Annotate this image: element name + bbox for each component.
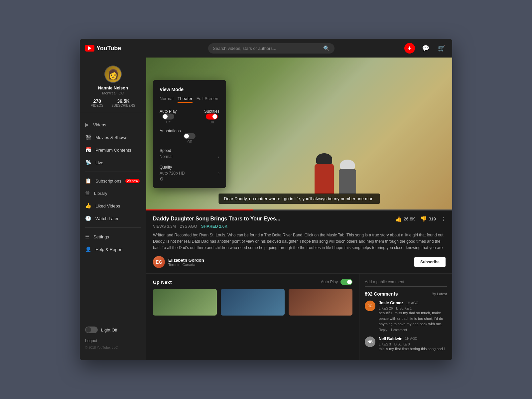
sidebar-item-live[interactable]: 📡 Live xyxy=(80,156,146,169)
cart-button[interactable]: 🛒 xyxy=(436,43,447,54)
channel-info: EG Elizabeth Gordon Toronto, Canada xyxy=(153,256,204,268)
auto-play-toggle[interactable] xyxy=(162,114,174,120)
subscribe-button[interactable]: Subscribe xyxy=(414,257,446,267)
comment-item-2: NB Nell Baldwin 1H AGO LIKES 3 DISLIKE 0… xyxy=(365,336,447,352)
thumbnail-cards xyxy=(153,289,352,316)
tab-theater[interactable]: Theater xyxy=(178,96,193,103)
avatar-image: 👩 xyxy=(107,69,119,80)
comments-header: 892 Comments By Latest xyxy=(365,291,447,297)
helmet-2 xyxy=(340,160,355,170)
torso-1 xyxy=(315,164,334,194)
comments-count: 892 Comments xyxy=(365,291,398,297)
chat-button[interactable]: 💬 xyxy=(420,43,431,54)
commenter-avatar-1: JG xyxy=(365,301,375,311)
add-button[interactable]: + xyxy=(404,43,415,54)
comment-actions-1: LIKES 26 DISLIKE 1 xyxy=(379,307,447,310)
subscriptions-badge: 29 new xyxy=(125,179,140,183)
auto-play-value: Off xyxy=(166,120,170,124)
tab-fullscreen[interactable]: Full Screen xyxy=(197,96,218,103)
thumb-card-3[interactable] xyxy=(289,289,352,316)
auto-play-label: Auto Play xyxy=(160,109,177,114)
video-section[interactable]: View Mode Normal Theater Full Screen Aut… xyxy=(146,58,452,210)
sidebar-item-subscriptions-label: Subscriptions xyxy=(95,179,121,184)
user-location: Montreal, QC xyxy=(85,91,141,95)
tab-normal[interactable]: Normal xyxy=(160,96,174,103)
comment-actions-2: LIKES 3 DISLIKE 0 xyxy=(379,342,447,346)
annotations-label: Annotations xyxy=(160,129,219,133)
auto-play-toggle[interactable] xyxy=(340,279,352,285)
quality-value: Auto 720p HD xyxy=(160,171,185,176)
panel-title: View Mode xyxy=(160,87,219,92)
settings-panel: View Mode Normal Theater Full Screen Aut… xyxy=(153,80,226,188)
comment-time-1: 1H AGO xyxy=(406,301,418,305)
sidebar-item-liked-videos[interactable]: 👍 Liked Videos xyxy=(80,200,146,212)
light-toggle[interactable] xyxy=(85,327,98,333)
sidebar: 👩 Nannie Nelson Montreal, QC 278 VIDEOS … xyxy=(80,58,146,360)
sidebar-item-videos[interactable]: ▶ Videos xyxy=(80,118,146,131)
premium-icon: 📅 xyxy=(85,147,91,153)
sort-label: By Latest xyxy=(432,292,447,296)
avatar: 👩 xyxy=(104,66,122,83)
up-next-header: Up Next Auto Play xyxy=(153,279,352,285)
channel-row: EG Elizabeth Gordon Toronto, Canada Subs… xyxy=(153,256,446,268)
sidebar-item-subscriptions[interactable]: 📋 Subscriptions 29 new xyxy=(80,175,146,187)
annotations-toggle-wrap: Off xyxy=(160,133,219,144)
sidebar-item-movies-shows[interactable]: 🎬 Movies & Shows xyxy=(80,131,146,144)
video-title: Daddy Daughter Song Brings Tears to Your… xyxy=(153,216,395,222)
more-options-button[interactable]: ⋮ xyxy=(441,216,446,221)
bottom-section: Up Next Auto Play xyxy=(146,273,452,360)
speed-chevron-icon[interactable]: › xyxy=(218,154,219,159)
video-progress-bar[interactable] xyxy=(146,209,452,210)
search-input[interactable] xyxy=(213,46,321,51)
dislike-button[interactable]: 👎 319 xyxy=(420,216,436,222)
movies-icon: 🎬 xyxy=(85,134,91,140)
search-bar: 🔍 xyxy=(144,43,399,54)
logout-button[interactable]: Logout xyxy=(85,338,141,343)
comment-item-1: JG Josie Gomez 1H AGO LIKES 26 DISLIKE 1… xyxy=(365,301,447,332)
comment-count-1[interactable]: 1 comment xyxy=(391,328,407,332)
comment-body-2: Nell Baldwin 1H AGO LIKES 3 DISLIKE 0 th… xyxy=(379,336,447,352)
toggle-knob xyxy=(86,327,91,332)
comment-text-2: this is my first time hering this song a… xyxy=(379,346,447,352)
thumbs-down-icon: 👎 xyxy=(420,216,427,222)
speed-value-row: Normal › xyxy=(160,153,219,160)
quality-chevron-icon[interactable]: › xyxy=(218,171,219,176)
figure-1 xyxy=(315,153,334,194)
sidebar-item-help[interactable]: 👤 Help & Report xyxy=(80,243,146,256)
search-input-wrap: 🔍 xyxy=(208,43,334,54)
helmet-1 xyxy=(316,153,332,165)
video-figures xyxy=(315,153,356,194)
sidebar-item-premium[interactable]: 📅 Premium Contents xyxy=(80,144,146,156)
youtube-logo-icon xyxy=(85,45,94,52)
content-area: View Mode Normal Theater Full Screen Aut… xyxy=(146,58,452,360)
subtitles-label: Subtitles xyxy=(204,109,219,114)
sidebar-item-library[interactable]: 🏛 Library xyxy=(80,187,146,200)
panel-gear-icon[interactable]: ⚙ xyxy=(160,176,164,182)
logo-text: YouTube xyxy=(96,45,121,52)
comment-time-2: 1H AGO xyxy=(405,337,417,340)
subscribers-count: 36.5K xyxy=(111,98,135,104)
library-icon: 🏛 xyxy=(85,191,90,196)
subtitles-knob xyxy=(212,114,217,119)
comment-input[interactable] xyxy=(365,278,447,287)
reply-btn-1[interactable]: Reply xyxy=(379,328,387,332)
thumb-card-2[interactable] xyxy=(221,289,285,316)
sidebar-bottom: Light Off Logout © 2018 YouTube, LLC xyxy=(80,321,146,355)
annotations-toggle[interactable] xyxy=(184,133,196,139)
video-info: Daddy Daughter Song Brings Tears to Your… xyxy=(146,210,452,273)
sidebar-item-watch-later[interactable]: 🕐 Watch Later xyxy=(80,212,146,225)
quality-section: Quality Auto 720p HD › xyxy=(160,165,219,177)
dislike-count: 319 xyxy=(429,216,436,221)
channel-location: Toronto, Canada xyxy=(168,263,204,267)
commenter-name-2: Nell Baldwin xyxy=(379,336,402,341)
like-button[interactable]: 👍 26.8K xyxy=(395,216,415,222)
channel-avatar: EG xyxy=(153,256,165,268)
torso-2 xyxy=(339,169,356,194)
main-layout: 👩 Nannie Nelson Montreal, QC 278 VIDEOS … xyxy=(80,58,452,360)
like-count: 26.8K xyxy=(404,216,415,221)
subtitles-value: On xyxy=(209,120,214,124)
thumb-card-1[interactable] xyxy=(153,289,217,316)
auto-play-knob xyxy=(163,114,168,119)
sidebar-item-settings[interactable]: ☰ Settings xyxy=(80,230,146,243)
subtitles-toggle[interactable] xyxy=(206,114,218,120)
